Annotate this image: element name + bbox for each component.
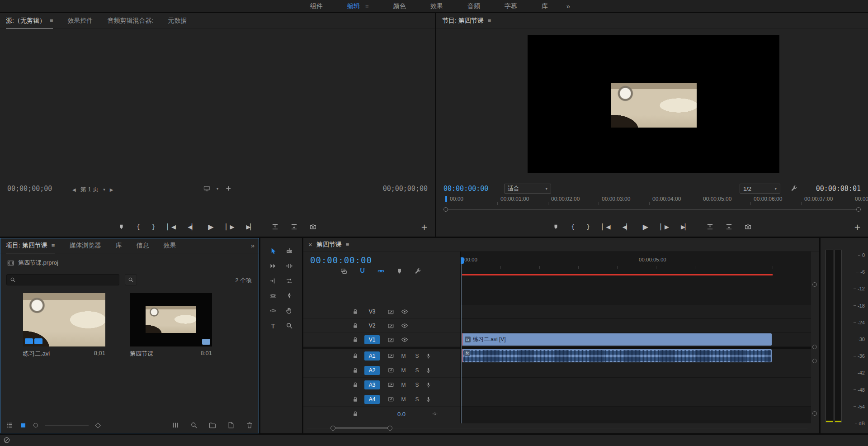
solo-button[interactable]: S xyxy=(413,353,421,359)
next-page-icon[interactable]: ▶ xyxy=(110,187,113,192)
monitor-settings-icon[interactable] xyxy=(203,185,210,192)
ripple-edit-tool[interactable] xyxy=(265,274,281,288)
lock-icon[interactable] xyxy=(352,308,359,315)
source-tab-2[interactable]: 效果控件 xyxy=(67,17,93,25)
timeline-track-area[interactable]: 00:00 00:00:05:00 fx 练习二.avi [V] fx xyxy=(460,251,811,423)
mark-in-button[interactable]: { xyxy=(137,223,140,230)
step-back-button[interactable]: ◀▏ xyxy=(623,223,631,230)
zoom-tool[interactable] xyxy=(282,319,297,332)
solo-button[interactable]: S xyxy=(413,382,421,388)
track-lane-v3[interactable] xyxy=(461,305,811,319)
search-input[interactable] xyxy=(6,274,119,285)
timeline-vertical-scrollbar[interactable] xyxy=(811,251,819,423)
razor-tool[interactable] xyxy=(282,244,297,258)
slip-tool[interactable] xyxy=(265,289,281,303)
sync-icon[interactable] xyxy=(387,337,394,343)
item-name[interactable]: 第四节课 xyxy=(130,350,153,358)
workspace-tab-2[interactable]: 编辑≡ xyxy=(335,2,381,10)
automate-to-sequence-icon[interactable] xyxy=(172,422,179,429)
mic-icon[interactable] xyxy=(425,367,431,374)
workspace-tab-7[interactable]: 库 xyxy=(529,2,560,10)
zoom-handle-left[interactable] xyxy=(443,207,448,212)
new-bin-button[interactable] xyxy=(209,422,216,429)
source-current-timecode[interactable]: 00;00;00;00 xyxy=(7,185,52,193)
source-tab-4[interactable]: 元数据 xyxy=(168,17,187,25)
button-editor-icon[interactable] xyxy=(225,185,231,192)
project-item-clip[interactable]: 练习二.avi 8;01 xyxy=(23,293,105,358)
eye-icon[interactable] xyxy=(401,336,408,343)
extract-button[interactable] xyxy=(726,223,732,230)
track-label-a4[interactable]: A4 xyxy=(364,395,380,404)
export-frame-button[interactable] xyxy=(310,223,316,230)
eye-icon[interactable] xyxy=(401,308,408,315)
hand-tool[interactable] xyxy=(282,304,297,318)
mark-out-button[interactable]: } xyxy=(152,223,155,230)
play-button[interactable]: ▶ xyxy=(643,223,648,231)
sequence-thumbnail[interactable] xyxy=(130,293,212,346)
track-label-v2[interactable]: V2 xyxy=(364,321,380,330)
rolling-edit-tool[interactable] xyxy=(282,259,297,273)
sync-icon[interactable] xyxy=(387,381,394,388)
mute-button[interactable]: M xyxy=(399,382,408,388)
scroll-handle[interactable] xyxy=(812,345,817,349)
project-tab-1[interactable]: 项目: 第四节课≡ xyxy=(6,242,55,250)
search-bin-button[interactable] xyxy=(125,274,137,285)
lock-icon[interactable] xyxy=(352,396,359,403)
export-frame-button[interactable] xyxy=(745,223,751,230)
sync-icon[interactable] xyxy=(387,308,394,315)
go-to-out-button[interactable]: ▶▏ xyxy=(681,223,689,230)
mute-button[interactable]: M xyxy=(399,367,408,374)
extract-button[interactable] xyxy=(291,223,297,230)
project-tab-5[interactable]: 效果 xyxy=(163,242,176,250)
video-clip[interactable]: fx 练习二.avi [V] xyxy=(462,333,772,346)
track-lane-a4[interactable] xyxy=(461,392,811,407)
step-back-button[interactable]: ◀▏ xyxy=(188,223,196,230)
list-view-button[interactable] xyxy=(6,422,13,429)
timeline-playhead[interactable] xyxy=(462,257,462,423)
add-marker-icon[interactable] xyxy=(396,268,403,275)
button-editor-add-button[interactable]: + xyxy=(854,222,861,232)
program-ruler[interactable]: 00:0000:00:01:0000:00:02:0000:00:03:0000… xyxy=(436,194,868,205)
step-forward-button[interactable]: ▏▶ xyxy=(226,223,234,230)
scroll-handle[interactable] xyxy=(812,411,817,416)
scroll-handle[interactable] xyxy=(812,359,817,363)
project-item-sequence[interactable]: 第四节课 8:01 xyxy=(130,293,212,358)
track-label-a1[interactable]: A1 xyxy=(364,351,380,361)
solo-button[interactable]: S xyxy=(413,396,421,403)
program-tab[interactable]: 节目: 第四节课 xyxy=(442,17,484,25)
panel-menu-icon[interactable]: ≡ xyxy=(50,17,53,24)
new-item-button[interactable] xyxy=(227,422,235,429)
timeline-tab[interactable]: 第四节课 xyxy=(316,241,342,249)
sync-icon[interactable] xyxy=(387,323,394,329)
audio-clip[interactable]: fx xyxy=(462,349,772,362)
item-name[interactable]: 练习二.avi xyxy=(23,350,50,358)
lift-button[interactable] xyxy=(272,223,278,230)
zoom-handle-right[interactable] xyxy=(856,207,861,212)
fit-select[interactable]: 适合 ▾ xyxy=(504,184,551,194)
clip-thumbnail[interactable] xyxy=(23,293,105,346)
scroll-handle[interactable] xyxy=(812,282,817,287)
timeline-playhead-timecode[interactable]: 00:00:00:00 xyxy=(310,255,372,265)
lock-icon[interactable] xyxy=(352,337,359,343)
icon-view-button[interactable] xyxy=(20,422,26,428)
panel-menu-icon[interactable]: ≡ xyxy=(346,241,349,248)
source-tab-3[interactable]: 音频剪辑混合器: xyxy=(107,17,153,25)
lock-icon[interactable] xyxy=(352,353,359,359)
panel-menu-icon[interactable]: ≡ xyxy=(488,17,491,24)
track-label-a2[interactable]: A2 xyxy=(364,366,380,375)
track-label-v3[interactable]: V3 xyxy=(364,307,380,316)
playback-resolution-select[interactable]: 1/2 ▾ xyxy=(740,184,780,194)
play-button[interactable]: ▶ xyxy=(208,223,213,231)
workspace-tab-4[interactable]: 效果 xyxy=(418,2,455,10)
add-marker-button[interactable] xyxy=(118,224,124,230)
pen-tool[interactable] xyxy=(282,289,297,303)
sync-icon[interactable] xyxy=(387,367,394,374)
workspace-tab-3[interactable]: 颜色 xyxy=(381,2,418,10)
settings-wrench-icon[interactable] xyxy=(791,185,797,192)
track-lane-a3[interactable] xyxy=(461,378,811,392)
button-editor-add-button[interactable]: + xyxy=(421,222,428,232)
sync-icon[interactable] xyxy=(387,352,394,359)
track-select-forward-tool[interactable] xyxy=(265,259,281,273)
slide-tool[interactable] xyxy=(265,304,281,318)
workspace-tab-6[interactable]: 字幕 xyxy=(492,2,529,10)
